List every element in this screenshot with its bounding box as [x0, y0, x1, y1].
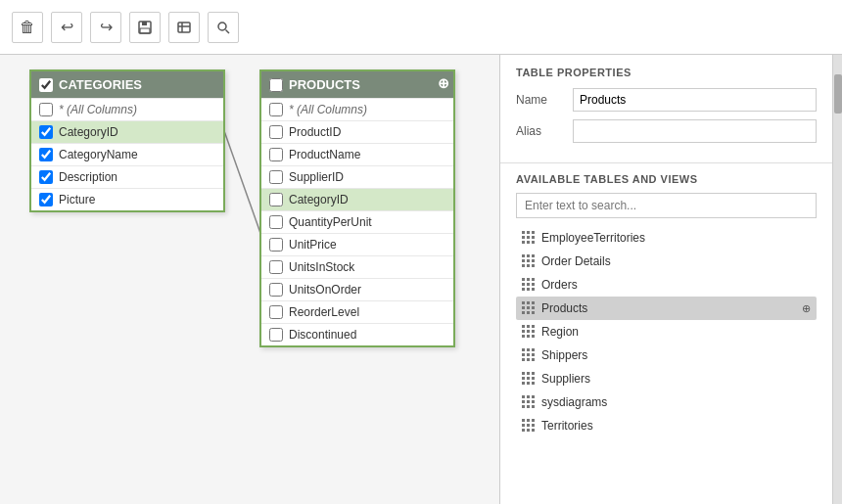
prod-row-unitsinstock[interactable]: UnitsInStock: [261, 255, 453, 278]
prod-row-discontinued[interactable]: Discontinued: [261, 323, 453, 345]
prod-row-productname[interactable]: ProductName: [261, 143, 453, 165]
scrollbar-thumb[interactable]: [834, 74, 842, 114]
prod-check-categoryid[interactable]: [269, 193, 283, 206]
item-label-region: Region: [541, 325, 579, 339]
prod-check-quantityperunit[interactable]: [269, 215, 283, 229]
prod-check-supplierid[interactable]: [269, 170, 283, 184]
prod-row-allcols[interactable]: * (All Columns): [261, 98, 453, 120]
table-icon-sysdiagrams: [522, 395, 536, 409]
svg-line-7: [226, 29, 230, 33]
cat-row-picture[interactable]: Picture: [31, 188, 223, 210]
prod-check-unitprice[interactable]: [269, 238, 283, 252]
available-item-suppliers[interactable]: Suppliers: [516, 367, 817, 390]
item-label-territories: Territories: [541, 419, 593, 433]
cat-label-picture: Picture: [59, 193, 95, 206]
prod-label-reorderlevel: ReorderLevel: [289, 305, 359, 319]
name-input[interactable]: [573, 88, 817, 112]
item-label-sysdiagrams: sysdiagrams: [541, 395, 607, 409]
svg-rect-1: [142, 22, 147, 25]
cat-row-description[interactable]: Description: [31, 165, 223, 188]
prod-check-unitsonorder[interactable]: [269, 283, 283, 297]
prod-row-unitprice[interactable]: UnitPrice: [261, 233, 453, 255]
table-icon-employeeterritories: [522, 231, 536, 245]
table-icon-suppliers: [522, 372, 536, 386]
prod-row-quantityperunit[interactable]: QuantityPerUnit: [261, 210, 453, 233]
table-properties-title: TABLE PROPERTIES: [516, 67, 817, 78]
table-icon-region: [522, 325, 536, 339]
available-item-shippers[interactable]: Shippers: [516, 344, 817, 367]
prod-check-productname[interactable]: [269, 148, 283, 161]
prod-label-productname: ProductName: [289, 148, 360, 161]
prod-row-categoryid[interactable]: CategoryID: [261, 188, 453, 210]
categories-header-checkbox[interactable]: [39, 78, 53, 92]
cat-label-categoryid: CategoryID: [59, 125, 118, 139]
search-input[interactable]: [516, 193, 817, 218]
item-label-orderdetails: Order Details: [541, 254, 611, 268]
alias-prop-row: Alias: [516, 119, 817, 143]
available-item-employeeterritories[interactable]: EmployeeTerritories: [516, 226, 817, 250]
prod-row-reorderlevel[interactable]: ReorderLevel: [261, 300, 453, 323]
prod-row-unitsonorder[interactable]: UnitsOnOrder: [261, 278, 453, 300]
available-item-orders[interactable]: Orders: [516, 273, 817, 297]
prod-check-allcols[interactable]: [269, 103, 283, 116]
cat-check-categoryname[interactable]: [39, 148, 53, 161]
outer-scrollbar[interactable]: [832, 55, 842, 504]
available-item-region[interactable]: Region: [516, 320, 817, 344]
right-panel: TABLE PROPERTIES Name Alias AVAILABLE TA…: [499, 55, 832, 504]
cat-check-categoryid[interactable]: [39, 125, 53, 139]
redo-button[interactable]: ↪: [90, 12, 121, 43]
available-tables-title: AVAILABLE TABLES AND VIEWS: [516, 173, 817, 185]
table-icon-territories: [522, 419, 536, 433]
select-table-button[interactable]: [168, 12, 200, 43]
cat-check-description[interactable]: [39, 170, 53, 184]
alias-input[interactable]: [573, 119, 817, 143]
available-item-sysdiagrams[interactable]: sysdiagrams: [516, 390, 817, 414]
prod-label-allcols: * (All Columns): [289, 103, 367, 116]
prod-label-unitsonorder: UnitsOnOrder: [289, 283, 361, 297]
prod-check-discontinued[interactable]: [269, 328, 283, 342]
name-prop-row: Name: [516, 88, 817, 112]
prod-check-unitsinstock[interactable]: [269, 260, 283, 274]
name-label: Name: [516, 93, 565, 107]
cat-label-allcols: * (All Columns): [59, 103, 137, 116]
search-button[interactable]: [208, 12, 239, 43]
prod-check-productid[interactable]: [269, 125, 283, 139]
products-add-icon[interactable]: ⊕: [438, 75, 449, 91]
prod-label-discontinued: Discontinued: [289, 328, 356, 342]
undo-button[interactable]: ↩: [51, 12, 82, 43]
delete-button[interactable]: 🗑: [12, 12, 43, 43]
table-icon-products: [522, 301, 536, 315]
available-item-products[interactable]: Products ⊕: [516, 297, 817, 320]
item-label-shippers: Shippers: [541, 348, 587, 362]
item-label-suppliers: Suppliers: [541, 372, 590, 386]
prod-row-supplierid[interactable]: SupplierID: [261, 165, 453, 188]
prod-label-unitprice: UnitPrice: [289, 238, 337, 252]
prod-label-categoryid: CategoryID: [289, 193, 349, 206]
prod-label-quantityperunit: QuantityPerUnit: [289, 215, 372, 229]
table-properties-section: TABLE PROPERTIES Name Alias: [500, 55, 832, 163]
cat-row-categoryid[interactable]: CategoryID: [31, 120, 223, 143]
cat-check-allcols[interactable]: [39, 103, 53, 116]
cat-row-categoryname[interactable]: CategoryName: [31, 143, 223, 165]
cat-check-picture[interactable]: [39, 193, 53, 206]
canvas-area[interactable]: CATEGORIES * (All Columns) CategoryID Ca…: [0, 55, 499, 504]
cat-label-categoryname: CategoryName: [59, 148, 138, 161]
products-header[interactable]: PRODUCTS ⊕: [261, 71, 453, 98]
item-label-employeeterritories: EmployeeTerritories: [541, 231, 645, 245]
table-icon-shippers: [522, 348, 536, 362]
table-icon-orders: [522, 278, 536, 292]
products-add-btn[interactable]: ⊕: [802, 302, 811, 315]
products-header-checkbox[interactable]: [269, 78, 283, 92]
categories-header[interactable]: CATEGORIES: [31, 71, 223, 98]
available-item-orderdetails[interactable]: Order Details: [516, 250, 817, 273]
categories-title: CATEGORIES: [59, 77, 142, 92]
prod-label-productid: ProductID: [289, 125, 341, 139]
prod-check-reorderlevel[interactable]: [269, 305, 283, 319]
available-item-territories[interactable]: Territories: [516, 414, 817, 437]
cat-row-allcols[interactable]: * (All Columns): [31, 98, 223, 120]
item-label-products: Products: [541, 301, 587, 315]
toolbar: 🗑 ↩ ↪: [0, 0, 842, 55]
main-area: CATEGORIES * (All Columns) CategoryID Ca…: [0, 55, 842, 504]
prod-row-productid[interactable]: ProductID: [261, 120, 453, 143]
save-button[interactable]: [129, 12, 161, 43]
